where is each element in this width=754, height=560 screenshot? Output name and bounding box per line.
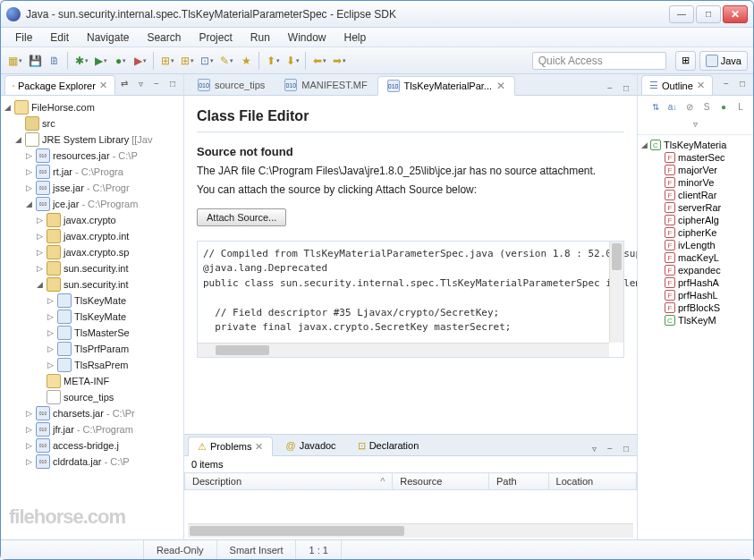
run-button[interactable]: ▶ (92, 52, 110, 70)
close-outline-icon[interactable]: ✕ (697, 80, 705, 91)
outline-minimize[interactable]: − (719, 76, 733, 90)
toggle-mark-button[interactable]: ★ (237, 52, 255, 70)
outline-member[interactable]: FclientRar (641, 189, 750, 201)
class-node[interactable]: ▷TlsPrfParam (3, 341, 182, 357)
outline-member[interactable]: FmajorVer (641, 164, 750, 176)
problems-col[interactable]: Location (548, 473, 636, 490)
editor-tab[interactable]: 010source_tips (188, 75, 275, 95)
editor-tab[interactable]: 010TlsKeyMaterialPar...✕ (377, 76, 515, 96)
outline-member[interactable]: FserverRar (641, 201, 750, 214)
code-scrollbar-horizontal[interactable] (198, 343, 609, 357)
outline-member[interactable]: FprfHashL (641, 289, 750, 301)
bottom-tab-javadoc[interactable]: @Javadoc (276, 436, 344, 455)
maximize-view-button[interactable]: □ (165, 76, 180, 90)
save-button[interactable]: 💾 (26, 52, 44, 70)
close-tab-icon[interactable]: ✕ (255, 441, 263, 453)
class-node[interactable]: ▷TlsKeyMate (3, 309, 182, 325)
jar-node[interactable]: ▷jfr.jar - C:\Program (3, 421, 182, 437)
pkg-node[interactable]: ▷javax.crypto.int (3, 228, 182, 244)
src-folder[interactable]: src (3, 115, 182, 132)
menu-search[interactable]: Search (140, 30, 188, 46)
pkg-node[interactable]: ▷javax.crypto.sp (3, 244, 182, 260)
view-menu-button[interactable]: ▿ (133, 76, 148, 90)
close-tab-icon[interactable]: ✕ (496, 80, 505, 92)
hide-fields-button[interactable]: ● (716, 99, 731, 114)
problems-col[interactable]: Path (488, 473, 548, 490)
editor-tab[interactable]: 010MANIFEST.MF (275, 75, 377, 95)
pkg-node[interactable]: ▷javax.crypto (3, 212, 182, 228)
editor-minimize-button[interactable]: − (603, 81, 617, 95)
run-last-button[interactable]: ● (112, 52, 130, 70)
menu-project[interactable]: Project (191, 30, 239, 46)
hide-static-button[interactable]: S (699, 99, 714, 114)
jar-node[interactable]: ▷resources.jar - C:\P (3, 148, 182, 164)
maximize-button[interactable]: □ (696, 5, 721, 23)
close-button[interactable]: ✕ (723, 5, 748, 23)
file-node[interactable]: source_tips (3, 389, 182, 405)
jre-library[interactable]: ◢JRE System Library [[Jav (3, 132, 182, 148)
problems-maximize[interactable]: □ (619, 441, 633, 455)
class-node[interactable]: ▷TlsRsaPrem (3, 357, 182, 373)
project-node[interactable]: ◢FileHorse.com (3, 99, 182, 115)
new-button[interactable]: ▦ (6, 52, 24, 70)
outline-member[interactable]: Fexpandec (641, 264, 750, 276)
editor-maximize-button[interactable]: □ (619, 81, 633, 95)
hide-local-button[interactable]: L (733, 99, 748, 114)
menu-navigate[interactable]: Navigate (80, 30, 136, 46)
outline-member[interactable]: FcipherAlg (641, 214, 750, 226)
jar-node[interactable]: ▷cldrdata.jar - C:\P (3, 454, 182, 470)
pkg-node[interactable]: ▷sun.security.int (3, 260, 182, 276)
outline-member[interactable]: FprfHashA (641, 276, 750, 289)
close-view-icon[interactable]: ✕ (99, 80, 107, 91)
ext-tools-button[interactable]: ▶ (131, 52, 149, 70)
minimize-button[interactable]: — (669, 5, 694, 23)
class-node[interactable]: ▷TlsMasterSe (3, 325, 182, 341)
problems-minimize[interactable]: − (603, 441, 617, 455)
java-perspective-button[interactable]: Java (699, 51, 748, 71)
sort-az-button[interactable]: a↓ (665, 99, 680, 114)
save-all-button[interactable]: 🗎 (46, 52, 64, 70)
minimize-view-button[interactable]: − (149, 76, 164, 90)
package-explorer-tree[interactable]: ◢FileHorse.comsrc◢JRE System Library [[J… (1, 96, 183, 539)
problems-col[interactable]: Resource (393, 473, 489, 490)
package-explorer-tab[interactable]: Package Explorer ✕ (4, 75, 115, 95)
outline-member[interactable]: FprfBlockS (641, 301, 750, 314)
menu-run[interactable]: Run (243, 30, 277, 46)
code-scrollbar-vertical[interactable] (609, 242, 623, 343)
link-editor-button[interactable]: ⇄ (117, 76, 131, 90)
outline-member[interactable]: CTlsKeyM (641, 314, 750, 327)
problems-col[interactable]: Description ^ (185, 473, 393, 490)
folder-node[interactable]: META-INF (3, 373, 182, 389)
jar-node[interactable]: ▷access-bridge.j (3, 437, 182, 454)
forward-button[interactable]: ➡ (330, 52, 348, 70)
outline-menu-button[interactable]: ▿ (643, 116, 748, 131)
outline-class-node[interactable]: ◢ CTlsKeyMateria (641, 139, 750, 151)
outline-member[interactable]: FivLength (641, 239, 750, 251)
open-perspective-button[interactable]: ⊞ (675, 51, 696, 71)
debug-button[interactable]: ✱ (72, 52, 90, 70)
bottom-tab-problems[interactable]: ⚠Problems✕ (188, 437, 273, 456)
outline-member[interactable]: FcipherKe (641, 226, 750, 239)
new-type-button[interactable]: ⊞ (178, 52, 196, 70)
next-annotation-button[interactable]: ⬇ (284, 52, 301, 70)
quick-access-input[interactable]: Quick Access (532, 52, 666, 70)
pkg-node[interactable]: ◢sun.security.int (3, 276, 182, 293)
search-button[interactable]: ✎ (217, 52, 235, 70)
outline-tree[interactable]: ◢ CTlsKeyMateriaFmasterSecFmajorVerFmino… (638, 135, 753, 539)
outline-member[interactable]: FminorVe (641, 176, 750, 189)
jar-node[interactable]: ▷rt.jar - C:\Progra (3, 164, 182, 180)
menu-file[interactable]: File (8, 30, 39, 46)
new-package-button[interactable]: ⊞ (158, 52, 176, 70)
prev-annotation-button[interactable]: ⬆ (264, 52, 282, 70)
outline-member[interactable]: FmacKeyL (641, 251, 750, 264)
center-scrollbar-horizontal[interactable] (188, 523, 633, 538)
open-type-button[interactable]: ⊡ (198, 52, 216, 70)
outline-maximize[interactable]: □ (735, 76, 750, 90)
menu-window[interactable]: Window (281, 30, 334, 46)
hide-nonpublic-button[interactable]: ⊘ (682, 99, 697, 114)
jar-node[interactable]: ▷jsse.jar - C:\Progr (3, 180, 182, 196)
bottom-tab-declaration[interactable]: ⊡Declaration (349, 436, 428, 455)
outline-member[interactable]: FmasterSec (641, 151, 750, 164)
class-node[interactable]: ▷TlsKeyMate (3, 293, 182, 309)
outline-tab[interactable]: ☰ Outline ✕ (641, 75, 713, 95)
